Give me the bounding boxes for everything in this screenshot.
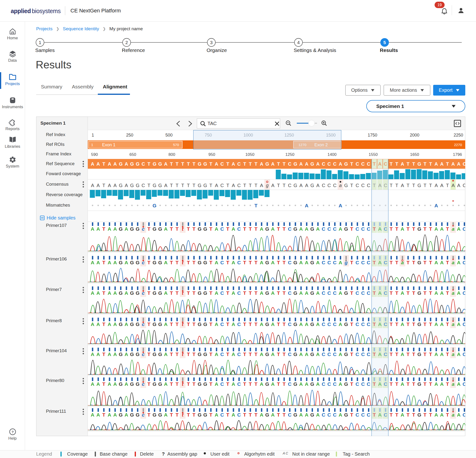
svg-text:G: G — [197, 260, 201, 265]
svg-text:A: A — [400, 381, 404, 387]
svg-text:T: T — [390, 321, 393, 327]
svg-text:A: A — [108, 412, 111, 417]
svg-text:G: G — [197, 381, 201, 387]
svg-text:T: T — [429, 183, 432, 188]
svg-text:T: T — [209, 260, 212, 265]
svg-text:C: C — [361, 381, 365, 387]
svg-text:A: A — [400, 226, 404, 232]
svg-text:A: A — [434, 381, 438, 387]
svg-text:A: A — [305, 352, 308, 357]
svg-text:A: A — [215, 321, 218, 327]
svg-text:A: A — [271, 352, 275, 357]
svg-text:c: c — [142, 226, 145, 232]
svg-text:A: A — [232, 321, 235, 327]
svg-text:C: C — [333, 183, 336, 188]
svg-text:A: A — [305, 321, 308, 327]
svg-text:T: T — [255, 161, 257, 167]
svg-text:A: A — [232, 260, 235, 265]
svg-text:C: C — [322, 412, 325, 417]
svg-text:Reference: Reference — [122, 47, 145, 53]
svg-text:A: A — [401, 161, 404, 167]
svg-text:G: G — [136, 321, 139, 327]
svg-text:C: C — [220, 352, 224, 357]
svg-text:A: A — [96, 161, 100, 167]
svg-text:T: T — [423, 226, 426, 232]
svg-text:Exon 1: Exon 1 — [102, 142, 115, 147]
svg-text:C: C — [237, 260, 241, 265]
svg-text:G: G — [310, 290, 314, 296]
svg-text:G: G — [204, 183, 207, 188]
svg-text:a: a — [452, 226, 455, 232]
svg-text:C: C — [367, 352, 370, 357]
svg-text:T: T — [249, 260, 252, 265]
svg-text:T: T — [395, 226, 399, 232]
svg-text:A: A — [91, 161, 94, 167]
svg-text:A: A — [215, 381, 218, 387]
svg-text:A: A — [400, 321, 404, 327]
svg-text:T: T — [446, 352, 449, 357]
svg-text:T: T — [175, 321, 178, 327]
svg-text:T: T — [277, 352, 280, 357]
svg-text:G: G — [119, 260, 123, 265]
svg-text:T: T — [395, 183, 398, 188]
svg-text:T: T — [407, 321, 410, 327]
svg-text:A: A — [434, 290, 438, 296]
svg-text:T: T — [412, 352, 415, 357]
svg-text:C: C — [356, 161, 359, 167]
svg-text:T: T — [390, 290, 393, 296]
svg-text:G: G — [197, 290, 201, 296]
svg-text:A: A — [260, 381, 263, 387]
svg-text:C: C — [288, 161, 291, 167]
svg-text:A: A — [108, 161, 111, 167]
svg-text:T: T — [175, 226, 178, 232]
svg-text:T: T — [423, 161, 426, 167]
svg-text:T: T — [187, 183, 190, 188]
svg-text:T: T — [209, 412, 212, 417]
svg-text:A: A — [271, 412, 275, 417]
svg-text:G: G — [417, 260, 421, 265]
svg-text:G: G — [130, 381, 134, 387]
svg-text:C: C — [322, 321, 325, 327]
svg-text:T: T — [243, 183, 246, 188]
svg-text:1750: 1750 — [368, 133, 377, 138]
svg-text:A: A — [440, 226, 444, 232]
svg-text:A: A — [299, 226, 303, 232]
svg-text:T: T — [282, 381, 286, 387]
svg-text:A: A — [164, 412, 168, 417]
svg-text:T: T — [170, 381, 173, 387]
svg-text:A: A — [108, 226, 111, 232]
svg-text:T: T — [187, 321, 190, 327]
svg-text:T: T — [277, 381, 280, 387]
svg-text:G: G — [158, 226, 162, 232]
svg-text:T: T — [423, 381, 426, 387]
svg-text:C: C — [327, 321, 331, 327]
svg-text:A: A — [164, 381, 168, 387]
svg-text:T: T — [395, 260, 399, 265]
svg-text:A: A — [91, 321, 94, 327]
svg-text:A: A — [125, 321, 128, 327]
svg-text:T: T — [209, 183, 212, 188]
svg-text:C: C — [220, 381, 224, 387]
svg-text:C: C — [327, 290, 331, 296]
svg-text:c: c — [142, 352, 145, 357]
svg-text:T: T — [423, 352, 426, 357]
svg-text:C: C — [361, 161, 365, 167]
svg-text:G: G — [130, 260, 134, 265]
svg-text:1250: 1250 — [285, 152, 294, 157]
svg-text:T: T — [282, 321, 286, 327]
svg-text:T: T — [147, 412, 150, 417]
svg-text:G: G — [153, 203, 156, 208]
svg-text:T: T — [395, 321, 399, 327]
svg-text:A: A — [457, 226, 460, 232]
svg-text:A: A — [434, 412, 438, 417]
svg-text:C: C — [327, 226, 331, 232]
svg-text:Organize: Organize — [207, 47, 227, 53]
svg-text:C: C — [333, 226, 337, 232]
svg-text:A: A — [125, 290, 128, 296]
svg-text:T: T — [243, 161, 246, 167]
svg-text:C: C — [220, 412, 224, 417]
svg-text:T: T — [282, 226, 286, 232]
svg-text:A: A — [164, 226, 168, 232]
svg-text:T: T — [282, 412, 286, 417]
svg-text:T: T — [175, 412, 178, 417]
